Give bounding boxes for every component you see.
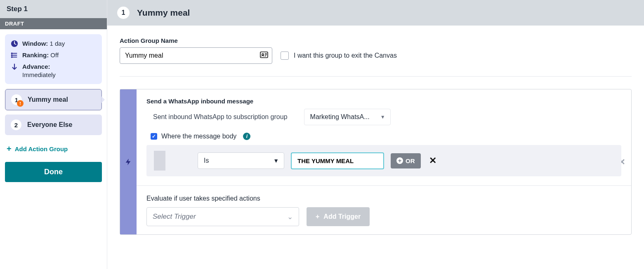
clock-icon <box>11 40 18 47</box>
main-panel: 1 Yummy meal Action Group Name I want th… <box>107 0 644 269</box>
condition-block: Is ▼ + OR ✕ <box>146 145 621 176</box>
ranking-value: Off <box>50 51 59 58</box>
window-label: Window: <box>22 40 48 47</box>
sidebar: Step 1 DRAFT Window: 1 day Ranking: Off … <box>0 0 107 269</box>
add-action-group-label: Add Action Group <box>15 145 68 152</box>
svg-point-1 <box>12 53 12 54</box>
add-trigger-label: Add Trigger <box>323 213 361 220</box>
trigger-title: Send a WhatsApp inbound message <box>146 98 621 105</box>
action-item-yummy-meal[interactable]: 1 Yummy meal <box>5 89 102 110</box>
done-button[interactable]: Done <box>5 162 102 182</box>
operator-value: Is <box>204 157 209 164</box>
select-trigger-dropdown[interactable]: Select Trigger ⌄ <box>146 207 299 226</box>
exit-canvas-label: I want this group to exit the Canvas <box>294 52 397 59</box>
trigger-desc: Sent inbound WhatsApp to subscription gr… <box>153 113 288 121</box>
window-value: 1 day <box>50 40 65 47</box>
ranking-label: Ranking: <box>22 51 49 58</box>
header-title: Yummy meal <box>137 8 190 18</box>
trigger-divider <box>137 185 631 186</box>
advance-label: Advance: <box>22 63 50 70</box>
subscription-group-value: Marketing WhatsA... <box>310 113 370 120</box>
eval-label: Evaluate if user takes specified actions <box>146 195 621 202</box>
action-group-name-input[interactable] <box>120 47 272 64</box>
operator-select[interactable]: Is ▼ <box>198 152 284 169</box>
plus-icon: + <box>316 213 319 220</box>
info-card: Window: 1 day Ranking: Off Advance: Imme… <box>5 34 102 84</box>
header-number: 1 <box>117 7 130 19</box>
svg-rect-5 <box>20 104 21 105</box>
ranking-icon <box>11 51 18 59</box>
draft-badge: DRAFT <box>0 18 107 29</box>
chevron-down-icon: ▼ <box>273 157 279 164</box>
info-icon[interactable]: i <box>243 133 250 140</box>
advance-value: Immediately <box>22 71 96 78</box>
chevron-down-icon: ▼ <box>380 114 385 120</box>
condition-value-input[interactable] <box>291 152 384 169</box>
drag-handle[interactable] <box>154 151 165 171</box>
action-number-1: 1 <box>11 94 22 105</box>
svg-point-2 <box>12 55 12 56</box>
plus-circle-icon: + <box>396 157 403 164</box>
action-title-1: Yummy meal <box>28 96 68 103</box>
remove-condition-icon[interactable]: ✕ <box>429 155 436 166</box>
id-card-icon <box>260 51 268 60</box>
plus-icon: + <box>7 144 12 154</box>
svg-point-3 <box>12 56 12 57</box>
exit-canvas-checkbox[interactable] <box>281 51 289 60</box>
step-header: Step 1 <box>0 0 107 18</box>
svg-rect-4 <box>20 102 21 104</box>
add-action-group-button[interactable]: + Add Action Group <box>0 139 107 159</box>
divider <box>120 76 632 77</box>
add-trigger-button[interactable]: + Add Trigger <box>307 207 370 226</box>
or-label: OR <box>406 157 415 164</box>
action-number-2: 2 <box>11 119 21 130</box>
trigger-card: ✕ Send a WhatsApp inbound message Sent i… <box>120 89 632 235</box>
svg-point-7 <box>262 54 264 55</box>
main-header: 1 Yummy meal <box>107 0 644 26</box>
body-filter-label: Where the message body <box>161 133 236 140</box>
action-item-everyone-else[interactable]: 2 Everyone Else <box>5 115 102 135</box>
advance-arrow-icon <box>11 63 18 70</box>
or-button[interactable]: + OR <box>391 153 421 168</box>
trigger-strip <box>120 89 137 234</box>
body-filter-checkbox[interactable] <box>151 133 157 140</box>
selected-arrow-icon <box>101 96 105 103</box>
warn-badge-icon <box>17 100 24 107</box>
action-group-name-label: Action Group Name <box>120 37 632 44</box>
lightning-icon <box>125 158 132 166</box>
select-trigger-placeholder: Select Trigger <box>153 213 196 220</box>
chevron-down-icon: ⌄ <box>287 213 293 221</box>
action-title-2: Everyone Else <box>27 121 72 129</box>
subscription-group-select[interactable]: Marketing WhatsA... ▼ <box>304 109 391 125</box>
